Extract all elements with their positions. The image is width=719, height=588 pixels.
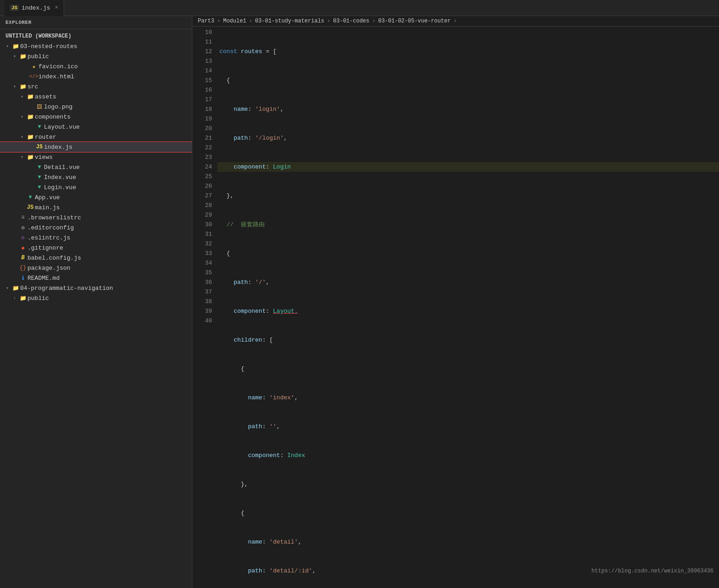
sidebar-item-assets[interactable]: ▾ 📁 assets — [0, 92, 192, 102]
sidebar-item-babel-config[interactable]: B babel.config.js — [0, 253, 192, 263]
code-line-17: { — [218, 249, 719, 258]
code-line-14: component: Login — [218, 162, 719, 172]
vue-icon: ▼ — [35, 164, 44, 170]
favicon-icon: ★ — [29, 63, 38, 70]
breadcrumb-part2: Module1 — [223, 18, 246, 24]
folder-icon: 📁 — [26, 93, 35, 100]
item-label: index.js — [44, 144, 72, 151]
workspace-label: UNTITLED (WORKSPACE) — [0, 31, 192, 41]
item-label: babel.config.js — [27, 255, 81, 261]
tab-bar: JS index.js × — [0, 0, 719, 16]
item-label: Detail.vue — [44, 164, 80, 171]
sidebar-item-public[interactable]: ▾ 📁 public — [0, 51, 192, 61]
sidebar-item-gitignore[interactable]: ◆ .gitignore — [0, 243, 192, 253]
readme-icon: ℹ — [18, 275, 27, 282]
item-label: 03-nested-routes — [20, 43, 77, 50]
sidebar-item-03-nested-routes[interactable]: ▾ 📁 03-nested-routes — [0, 41, 192, 51]
code-line-19: component: Layout. — [218, 306, 719, 316]
sidebar-item-favicon[interactable]: ★ favicon.ico — [0, 61, 192, 71]
code-line-23: path: '', — [218, 422, 719, 431]
breadcrumb-part1: Part3 — [198, 18, 214, 24]
item-label: .gitignore — [27, 245, 63, 251]
sidebar-item-index-html[interactable]: </> index.html — [0, 71, 192, 82]
editor-area: Part3 › Module1 › 03-01-study-materials … — [192, 16, 719, 588]
sidebar-item-index-js[interactable]: JS index.js — [0, 142, 192, 152]
sidebar: EXPLORER UNTITLED (WORKSPACE) ▾ 📁 03-nes… — [0, 16, 192, 588]
html-icon: </> — [29, 74, 38, 79]
sidebar-item-layout-vue[interactable]: ▼ Layout.vue — [0, 122, 192, 132]
sidebar-item-app-vue[interactable]: ▼ App.vue — [0, 192, 192, 202]
folder-icon: 📁 — [18, 83, 27, 90]
item-label: assets — [35, 93, 56, 100]
sidebar-item-components[interactable]: ▾ 📁 components — [0, 112, 192, 122]
code-line-21: { — [218, 364, 719, 374]
breadcrumb-part5: 03-01-02-05-vue-router — [378, 18, 451, 24]
chevron-down-icon: ▾ — [11, 54, 18, 59]
watermark: https://blog.csdn.net/weixin_39963436 — [592, 568, 714, 574]
item-label: package.json — [27, 265, 71, 272]
png-icon: 🖼 — [35, 103, 44, 110]
editor-icon: ⚙ — [18, 224, 27, 231]
item-label: .editorconfig — [27, 224, 74, 231]
main-layout: EXPLORER UNTITLED (WORKSPACE) ▾ 📁 03-nes… — [0, 16, 719, 588]
vue-icon: ▼ — [26, 194, 35, 201]
code-line-15: }, — [218, 191, 719, 201]
sidebar-item-router[interactable]: ▾ 📁 router — [0, 132, 192, 142]
breadcrumb-part4: 03-01-codes — [333, 18, 369, 24]
code-line-12: name: 'login', — [218, 104, 719, 114]
sidebar-item-main-js[interactable]: JS main.js — [0, 202, 192, 212]
tab-index-js[interactable]: JS index.js × — [5, 0, 64, 16]
sidebar-item-readme[interactable]: ℹ README.md — [0, 273, 192, 283]
item-label: Layout.vue — [44, 124, 80, 131]
item-label: Index.vue — [44, 174, 76, 181]
sidebar-item-detail-vue[interactable]: ▼ Detail.vue — [0, 162, 192, 172]
tab-close-button[interactable]: × — [55, 5, 58, 11]
code-line-13: path: '/login', — [218, 133, 719, 143]
sidebar-item-index-vue[interactable]: ▼ Index.vue — [0, 172, 192, 182]
sidebar-item-login-vue[interactable]: ▼ Login.vue — [0, 182, 192, 192]
item-label: .browserslistrc — [27, 214, 81, 221]
item-label: src — [27, 83, 38, 90]
sidebar-item-views[interactable]: ▾ 📁 views — [0, 152, 192, 162]
sidebar-item-04-programmatic-navigation[interactable]: ▾ 📁 04-programmatic-navigation — [0, 283, 192, 293]
item-label: public — [27, 53, 49, 60]
item-label: index.html — [38, 73, 74, 80]
item-label: Login.vue — [44, 184, 76, 191]
sidebar-item-editorconfig[interactable]: ⚙ .editorconfig — [0, 223, 192, 233]
git-icon: ◆ — [18, 245, 27, 251]
chevron-down-icon: ▾ — [18, 154, 26, 160]
item-label: components — [35, 114, 71, 120]
sidebar-item-logo-png[interactable]: 🖼 logo.png — [0, 102, 192, 112]
chevron-right-icon: › — [11, 296, 18, 301]
chevron-down-icon: ▾ — [4, 44, 11, 49]
line-numbers: 10 11 12 13 14 15 16 17 18 19 20 21 22 2… — [192, 27, 218, 588]
code-editor[interactable]: const routes = [ { name: 'login', path: … — [218, 27, 719, 588]
vue-icon: ▼ — [35, 184, 44, 191]
js-icon: JS — [35, 144, 44, 150]
code-line-20: children: [ — [218, 335, 719, 345]
js-icon: JS — [26, 204, 35, 211]
sidebar-item-public2[interactable]: › 📁 public — [0, 293, 192, 303]
folder-icon: 📁 — [11, 43, 20, 50]
folder-icon: 📁 — [18, 53, 27, 60]
sidebar-item-src[interactable]: ▾ 📁 src — [0, 82, 192, 92]
code-line-16: // 嵌套路由 — [218, 220, 719, 229]
item-label: 04-programmatic-navigation — [20, 285, 113, 292]
item-label: router — [35, 134, 56, 141]
breadcrumb-part3: 03-01-study-materials — [255, 18, 324, 24]
code-line-25: }, — [218, 479, 719, 489]
folder-icon: 📁 — [18, 295, 27, 302]
chevron-down-icon: ▾ — [4, 285, 11, 291]
code-container[interactable]: 10 11 12 13 14 15 16 17 18 19 20 21 22 2… — [192, 27, 719, 588]
item-label: main.js — [35, 204, 60, 211]
sidebar-item-eslintrc[interactable]: ⊙ .eslintrc.js — [0, 233, 192, 243]
code-line-11: { — [218, 76, 719, 85]
item-label: logo.png — [44, 103, 72, 110]
code-line-24: component: Index — [218, 451, 719, 460]
item-label: favicon.ico — [38, 63, 78, 70]
js-tab-icon: JS — [10, 5, 19, 11]
browser-icon: ≡ — [18, 214, 27, 221]
sidebar-item-package-json[interactable]: {} package.json — [0, 263, 192, 273]
folder-icon: 📁 — [26, 114, 35, 120]
sidebar-item-browserslistrc[interactable]: ≡ .browserslistrc — [0, 212, 192, 223]
